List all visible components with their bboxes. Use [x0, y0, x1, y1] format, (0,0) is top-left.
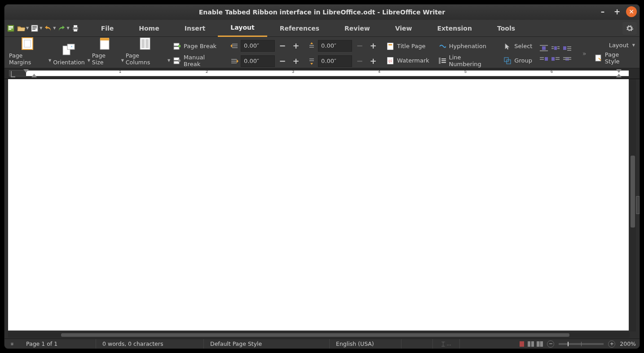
horizontal-scrollbar[interactable] [8, 332, 630, 338]
svg-rect-36 [387, 43, 393, 50]
svg-rect-62 [556, 57, 560, 58]
settings-button[interactable] [622, 22, 637, 35]
tab-layout[interactable]: Layout [218, 20, 267, 37]
redo-button[interactable]: ▼ [57, 22, 70, 35]
page-style-status[interactable]: Default Page Style [204, 339, 330, 349]
vertical-scrollbar-thumb[interactable] [631, 156, 635, 228]
group-label: Group [514, 57, 532, 64]
indent-left-input[interactable] [241, 40, 275, 52]
right-margin-marker[interactable] [616, 69, 622, 73]
title-page-button[interactable]: Title Page [384, 40, 431, 53]
tab-file[interactable]: File [88, 20, 127, 37]
svg-rect-5 [32, 26, 37, 27]
page-break-button[interactable]: Page Break [171, 40, 225, 53]
indent-left-increase[interactable]: + [290, 40, 302, 52]
hyphenation-label: Hyphenation [449, 43, 486, 49]
page-surface[interactable] [8, 79, 629, 331]
save-button[interactable]: ▼ [30, 22, 43, 35]
wrap-after-icon[interactable] [551, 54, 560, 63]
open-button[interactable]: ▼ [16, 22, 30, 35]
indent-right-increase[interactable]: + [290, 55, 302, 67]
multi-page-view-icon[interactable] [527, 341, 534, 347]
wrap-optimal-icon[interactable] [563, 44, 572, 53]
undo-button[interactable]: ▼ [43, 22, 57, 35]
group-button[interactable]: Group [502, 54, 534, 67]
indent-left-decrease[interactable]: − [277, 40, 288, 52]
svg-rect-31 [231, 63, 237, 63]
page-margins-label: Page Margins [9, 52, 46, 66]
page-margins-button[interactable]: Page Margins ▼ [7, 39, 48, 67]
close-button[interactable]: ✕ [626, 6, 637, 17]
first-line-indent-marker[interactable] [23, 69, 29, 73]
single-page-view-icon[interactable] [518, 341, 525, 347]
indent-right-input[interactable] [241, 55, 275, 67]
word-count[interactable]: 0 words, 0 characters [96, 339, 204, 349]
spacing-after-input[interactable] [318, 55, 352, 67]
hyphenation-button[interactable]: Hyphenation [437, 40, 497, 53]
spacing-group: − + − + [306, 39, 380, 68]
tab-home[interactable]: Home [126, 20, 172, 37]
horizontal-scrollbar-thumb[interactable] [61, 333, 569, 337]
manual-break-label: Manual Break [184, 54, 223, 67]
orientation-button[interactable]: Orientation ▼ [51, 39, 87, 67]
spacing-before-input[interactable] [318, 40, 352, 52]
svg-rect-65 [563, 57, 571, 58]
right-indent-marker[interactable] [616, 74, 622, 77]
svg-rect-1 [9, 26, 13, 27]
svg-rect-57 [567, 50, 571, 51]
new-button[interactable] [6, 22, 16, 35]
language-status[interactable]: English (USA) [330, 339, 401, 349]
ribbon-right-group: Layout ▼ Page Style [592, 39, 637, 68]
zoom-level[interactable]: 200% [620, 340, 636, 347]
spacing-after-increase[interactable]: + [367, 55, 379, 67]
line-numbering-button[interactable]: Line Numbering [437, 54, 497, 67]
chevron-down-icon: ▼ [26, 26, 29, 30]
select-button[interactable]: Select [502, 40, 534, 53]
wrap-none-icon[interactable] [539, 44, 548, 53]
wrap-before-icon[interactable] [539, 54, 548, 63]
tab-tools[interactable]: Tools [485, 20, 528, 37]
print-button[interactable] [71, 22, 80, 35]
tab-extension[interactable]: Extension [424, 20, 484, 37]
page-columns-button[interactable]: Page Columns ▼ [124, 39, 167, 67]
spacing-before-increase[interactable]: + [367, 40, 379, 52]
zoom-slider[interactable] [559, 343, 604, 345]
sidebar-toggle[interactable] [636, 196, 640, 214]
tab-insert[interactable]: Insert [172, 20, 218, 37]
book-view-icon[interactable] [536, 341, 543, 347]
ribbon-overflow-button[interactable]: » [580, 39, 589, 68]
save-indicator[interactable] [4, 339, 20, 349]
tab-view[interactable]: View [383, 20, 425, 37]
svg-rect-27 [232, 45, 238, 46]
page-size-button[interactable]: Page Size ▼ [90, 39, 120, 67]
svg-rect-48 [540, 50, 548, 51]
manual-break-button[interactable]: Manual Break [171, 54, 225, 67]
document-area [4, 79, 640, 331]
chevron-down-icon: ▼ [40, 26, 42, 30]
page-indicator[interactable]: Page 1 of 1 [20, 339, 96, 349]
indent-right-decrease[interactable]: − [277, 55, 288, 67]
tab-references[interactable]: References [267, 20, 332, 37]
watermark-button[interactable]: W Watermark [384, 54, 431, 67]
wrap-group [538, 39, 573, 68]
view-mode-icons [515, 341, 547, 347]
tab-stop-icon[interactable] [11, 71, 15, 77]
signature-status[interactable]: ⌶… [433, 339, 460, 349]
vertical-scrollbar[interactable] [630, 79, 636, 331]
wrap-through-icon[interactable] [563, 54, 572, 63]
page-style-button[interactable]: Page Style [594, 51, 635, 65]
zoom-out-button[interactable]: − [547, 340, 554, 348]
svg-rect-49 [554, 46, 557, 50]
maximize-button[interactable]: + [612, 6, 622, 17]
tab-review[interactable]: Review [332, 20, 383, 37]
zoom-in-button[interactable]: + [608, 340, 615, 348]
spacing-before-decrease[interactable]: − [354, 40, 366, 52]
spacing-after-decrease[interactable]: − [354, 55, 366, 67]
insert-mode[interactable] [401, 339, 433, 349]
wrap-parallel-icon[interactable] [551, 44, 560, 53]
minimize-button[interactable]: – [597, 6, 608, 17]
svg-rect-53 [557, 48, 560, 49]
horizontal-ruler[interactable]: 1 2 3 4 5 6 [4, 68, 640, 79]
left-indent-marker[interactable] [31, 74, 37, 77]
layout-menu-button[interactable]: Layout ▼ [609, 42, 635, 49]
